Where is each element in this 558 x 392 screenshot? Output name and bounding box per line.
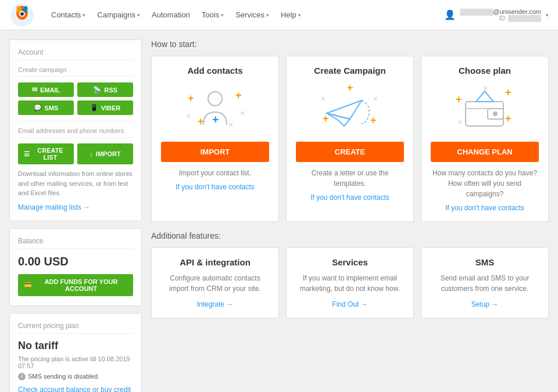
svg-point-28 bbox=[493, 112, 498, 116]
rss-button[interactable]: 📡 RSS bbox=[77, 82, 133, 97]
nav-contacts[interactable]: Contacts ▾ bbox=[46, 7, 90, 23]
svg-text:+: + bbox=[456, 93, 462, 105]
sms-desc: Send email and SMS to your customers fro… bbox=[431, 273, 539, 294]
sms-icon: 💬 bbox=[34, 104, 42, 112]
choose-plan-card: Choose plan + + + × × bbox=[421, 56, 549, 222]
svg-text:×: × bbox=[240, 109, 245, 118]
create-campaign-buttons: ✉ EMAIL 📡 RSS 💬 SMS 📱 VIBER bbox=[18, 82, 133, 115]
create-campaign-link[interactable]: If you don't have contacts bbox=[310, 193, 389, 202]
email-button[interactable]: ✉ EMAIL bbox=[18, 82, 74, 97]
sms-link[interactable]: Setup → bbox=[471, 300, 499, 308]
choose-plan-visual: + + + × × bbox=[431, 82, 539, 135]
nav-services[interactable]: Services ▾ bbox=[231, 7, 274, 23]
svg-text:+: + bbox=[198, 116, 204, 127]
balance-amount: 0.00 USD bbox=[18, 255, 133, 268]
sms-title: SMS bbox=[431, 257, 539, 267]
api-integration-desc: Configure automatic contacts import from… bbox=[161, 273, 269, 294]
chevron-icon: ▾ bbox=[221, 12, 224, 18]
svg-text:+: + bbox=[505, 87, 512, 98]
import-button[interactable]: ↓ IMPORT bbox=[77, 143, 133, 164]
add-contacts-card: Add contacts + + + × × × bbox=[151, 56, 279, 222]
plan-active-text: The pricing plan is active till 10.08.20… bbox=[18, 355, 133, 369]
svg-text:+: + bbox=[188, 92, 194, 104]
nav-campaigns[interactable]: Campaigns ▾ bbox=[92, 7, 145, 23]
create-campaign-title: Create Campaign bbox=[314, 66, 385, 75]
email-rss-row: ✉ EMAIL 📡 RSS bbox=[18, 82, 133, 97]
svg-text:×: × bbox=[228, 120, 233, 130]
user-icon: 👤 bbox=[444, 9, 456, 20]
logo[interactable] bbox=[9, 2, 35, 28]
viber-icon: 📱 bbox=[90, 104, 98, 112]
choose-plan-title: Choose plan bbox=[459, 66, 511, 75]
divider bbox=[18, 121, 133, 121]
chevron-icon: ▾ bbox=[83, 12, 85, 18]
sms-disabled-notice: i SMS sending is disabled bbox=[18, 373, 133, 380]
user-info: ████████@unisender.com ID: ████████ bbox=[460, 8, 541, 21]
user-dropdown-icon[interactable]: ▾ bbox=[546, 12, 549, 18]
check-balance-link[interactable]: Check account balance or buy credit → bbox=[18, 385, 133, 393]
sms-card: SMS Send email and SMS to your customers… bbox=[421, 247, 549, 318]
sidebar: Account Create campaign ✉ EMAIL 📡 RSS bbox=[9, 39, 142, 392]
svg-text:×: × bbox=[373, 94, 378, 103]
pricing-label: Current pricing plan bbox=[18, 322, 133, 334]
nav-help[interactable]: Help ▾ bbox=[276, 7, 306, 23]
plan-name: No tariff bbox=[18, 340, 133, 352]
svg-point-12 bbox=[208, 92, 222, 106]
create-list-button[interactable]: ☰ CREATE LIST bbox=[18, 143, 74, 164]
balance-card: Balance 0.00 USD 💳 ADD FUNDS FOR YOUR AC… bbox=[9, 228, 142, 306]
api-integration-card: API & integration Configure automatic co… bbox=[151, 247, 279, 318]
create-campaign-desc: Create a letter or use the templates. bbox=[296, 168, 404, 189]
sms-button[interactable]: 💬 SMS bbox=[18, 100, 74, 115]
svg-text:+: + bbox=[505, 113, 512, 124]
create-campaign-button[interactable]: CREATE bbox=[296, 142, 404, 162]
nav-automation[interactable]: Automation bbox=[147, 7, 195, 23]
navbar: Contacts ▾ Campaigns ▾ Automation Tools … bbox=[0, 0, 558, 30]
viber-button[interactable]: 📱 VIBER bbox=[77, 100, 133, 115]
svg-text:+: + bbox=[235, 89, 242, 101]
account-heading: Account bbox=[18, 48, 133, 60]
services-card: Services If you want to implement email … bbox=[286, 247, 414, 318]
import-contacts-button[interactable]: IMPORT bbox=[161, 142, 269, 162]
change-plan-button[interactable]: CHANGE PLAN bbox=[431, 142, 539, 162]
choose-plan-link[interactable]: If you don't have contacts bbox=[445, 204, 524, 212]
email-icon: ✉ bbox=[32, 86, 37, 93]
import-icon: ↓ bbox=[90, 150, 93, 157]
create-campaign-card: Create Campaign × × + + + bbox=[286, 56, 414, 222]
chevron-icon: ▾ bbox=[266, 12, 269, 18]
add-contacts-illustration: + + + × × × + bbox=[183, 84, 247, 134]
services-desc: If you want to implement email marketing… bbox=[296, 273, 404, 294]
import-help-text: Download information from online stores … bbox=[18, 169, 133, 198]
user-email: ████████@unisender.com bbox=[460, 8, 541, 15]
manage-mailing-lists-link[interactable]: Manage mailing lists → bbox=[18, 203, 90, 211]
services-title: Services bbox=[296, 257, 404, 267]
pricing-card: Current pricing plan No tariff The prici… bbox=[9, 313, 142, 393]
create-campaign-visual: × × + + + bbox=[296, 82, 404, 135]
choose-plan-illustration: + + + × × bbox=[453, 84, 517, 134]
nav-links: Contacts ▾ Campaigns ▾ Automation Tools … bbox=[46, 7, 444, 23]
user-id: ID: ████████ bbox=[460, 15, 541, 21]
choose-plan-desc: How many contacts do you have? How often… bbox=[431, 168, 539, 199]
svg-rect-26 bbox=[466, 102, 503, 126]
svg-text:+: + bbox=[370, 114, 377, 126]
add-contacts-visual: + + + × × × + bbox=[161, 82, 269, 135]
chevron-icon: ▾ bbox=[298, 12, 301, 18]
nav-user-area: 👤 ████████@unisender.com ID: ████████ ▾ bbox=[444, 8, 549, 21]
add-contacts-link[interactable]: If you don't have contacts bbox=[176, 183, 255, 191]
add-funds-button[interactable]: 💳 ADD FUNDS FOR YOUR ACCOUNT bbox=[18, 274, 133, 296]
create-import-row: ☰ CREATE LIST ↓ IMPORT bbox=[18, 143, 133, 164]
add-contacts-desc: Import your contact list. bbox=[179, 168, 251, 178]
additional-features-grid: API & integration Configure automatic co… bbox=[151, 247, 549, 318]
services-link[interactable]: Find Out → bbox=[332, 300, 367, 308]
nav-tools[interactable]: Tools ▾ bbox=[197, 7, 228, 23]
rss-icon: 📡 bbox=[93, 86, 101, 93]
how-to-start-grid: Add contacts + + + × × × bbox=[151, 56, 549, 222]
main-layout: Account Create campaign ✉ EMAIL 📡 RSS bbox=[0, 30, 558, 392]
svg-text:×: × bbox=[321, 94, 326, 103]
api-integration-link[interactable]: Integrate → bbox=[197, 300, 234, 308]
main-content: How to start: Add contacts + + + × × × bbox=[151, 39, 549, 392]
chevron-icon: ▾ bbox=[137, 12, 140, 18]
create-campaign-label: Create campaign bbox=[18, 66, 133, 77]
svg-text:×: × bbox=[457, 117, 462, 127]
svg-point-5 bbox=[20, 12, 24, 16]
additional-features-title: Additional features: bbox=[151, 231, 549, 240]
